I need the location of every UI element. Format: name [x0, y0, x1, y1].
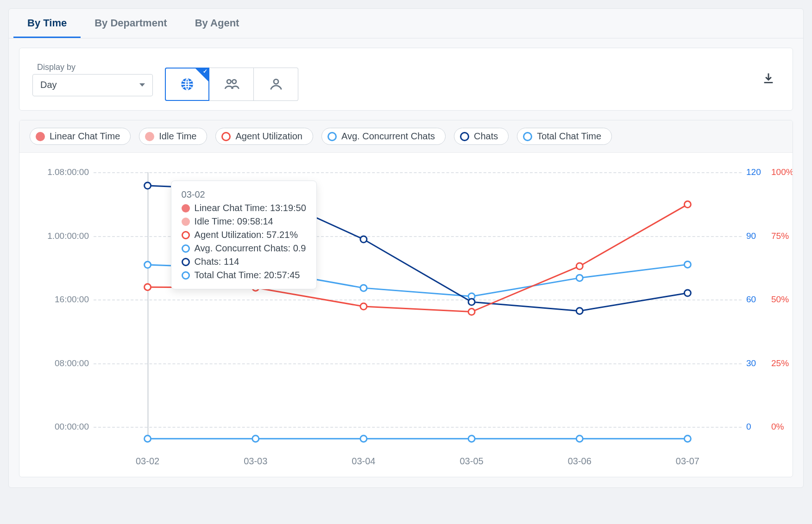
tooltip-date: 03-02 — [182, 189, 306, 200]
person-icon — [268, 76, 284, 92]
y-left-tick: 08:00:00 — [24, 358, 89, 368]
view-group-button[interactable] — [209, 68, 254, 101]
tab-by-agent[interactable]: By Agent — [181, 9, 253, 38]
globe-icon — [179, 76, 195, 92]
tooltip-text: Chats: 114 — [195, 256, 239, 267]
tooltip-swatch-icon — [182, 244, 190, 253]
legend-strip: Linear Chat TimeIdle TimeAgent Utilizati… — [19, 120, 793, 153]
tooltip-row: Chats: 114 — [182, 256, 306, 267]
agent-utilization-point — [576, 263, 583, 269]
avg-concurrent-point — [468, 436, 475, 442]
total_chat_time-swatch-icon — [523, 132, 532, 141]
tooltip-row: Idle Time: 09:58:14 — [182, 216, 306, 227]
x-tick: 03-05 — [460, 456, 484, 467]
view-global-button[interactable] — [165, 68, 209, 101]
legend-label: Agent Utilization — [235, 131, 302, 142]
chats-point — [468, 299, 475, 305]
tooltip-swatch-icon — [182, 271, 190, 280]
avg-concurrent-point — [576, 436, 583, 442]
legend-label: Linear Chat Time — [50, 131, 120, 142]
agent-utilization-point — [145, 284, 151, 290]
tooltip-swatch-icon — [182, 258, 190, 266]
legend-linear_chat_time[interactable]: Linear Chat Time — [30, 128, 131, 145]
agent-utilization-point — [684, 201, 691, 208]
legend-label: Avg. Concurrent Chats — [341, 131, 435, 142]
x-tick: 03-04 — [352, 456, 375, 467]
chevron-down-icon — [139, 83, 145, 87]
agent-utilization-point — [360, 303, 367, 310]
avg-concurrent-point — [145, 436, 151, 442]
tooltip-row: Avg. Concurrent Chats: 0.9 — [182, 243, 306, 254]
display-by-field: Display by Day — [32, 62, 153, 96]
display-by-label: Display by — [37, 62, 153, 72]
total-chat-time-point — [576, 274, 583, 281]
y-left-tick: 1.08:00:00 — [24, 167, 89, 177]
svg-point-1 — [227, 80, 231, 84]
legend-label: Total Chat Time — [537, 131, 601, 142]
tooltip-text: Agent Utilization: 57.21% — [195, 230, 298, 240]
avg-concurrent-point — [684, 436, 691, 442]
avg-concurrent-point — [360, 436, 367, 442]
controls-panel: Display by Day — [19, 48, 793, 111]
legend-label: Chats — [474, 131, 498, 142]
download-button[interactable] — [757, 67, 780, 91]
x-tick: 03-07 — [676, 456, 699, 467]
chats-swatch-icon — [460, 132, 469, 141]
x-tick: 03-02 — [136, 456, 159, 467]
y-right1-tick: 120 — [746, 167, 761, 177]
y-right2-tick: 25% — [771, 358, 789, 368]
legend-idle_time[interactable]: Idle Time — [139, 128, 207, 145]
tooltip-text: Avg. Concurrent Chats: 0.9 — [195, 243, 306, 254]
tooltip-text: Total Chat Time: 20:57:45 — [195, 270, 300, 281]
y-left-tick: 16:00:00 — [24, 294, 89, 305]
agent-utilization-point — [468, 309, 475, 315]
tooltip-text: Linear Chat Time: 13:19:50 — [195, 203, 306, 213]
chart-tooltip: 03-02 Linear Chat Time: 13:19:50Idle Tim… — [171, 181, 317, 289]
y-right2-tick: 75% — [771, 231, 789, 241]
download-icon — [762, 72, 775, 85]
x-tick: 03-03 — [244, 456, 267, 467]
tooltip-row: Linear Chat Time: 13:19:50 — [182, 203, 306, 213]
legend-avg_concurrent[interactable]: Avg. Concurrent Chats — [321, 128, 446, 145]
view-button-group — [165, 68, 298, 101]
legend-chats[interactable]: Chats — [454, 128, 509, 145]
view-agent-button[interactable] — [254, 68, 298, 101]
chats-point — [145, 182, 151, 189]
tab-by-time[interactable]: By Time — [13, 9, 81, 38]
total-chat-time-point — [684, 261, 691, 268]
tab-bar: By Time By Department By Agent — [9, 9, 803, 38]
chart-area: 00:00:0000%08:00:003025%16:00:006050%1.0… — [19, 153, 793, 477]
total-chat-time-point — [145, 262, 151, 268]
chats-point — [576, 308, 583, 314]
tooltip-swatch-icon — [182, 204, 190, 212]
chats-point — [684, 290, 691, 296]
svg-point-2 — [232, 80, 236, 84]
linear_chat_time-swatch-icon — [36, 132, 45, 141]
legend-label: Idle Time — [159, 131, 196, 142]
y-right2-tick: 50% — [771, 294, 789, 305]
display-by-select[interactable]: Day — [32, 74, 153, 96]
y-left-tick: 1.00:00:00 — [24, 231, 89, 241]
tab-by-department[interactable]: By Department — [81, 9, 181, 38]
idle_time-swatch-icon — [145, 132, 154, 141]
x-tick: 03-06 — [568, 456, 592, 467]
legend-agent_utilization[interactable]: Agent Utilization — [215, 128, 313, 145]
avg_concurrent-swatch-icon — [327, 132, 337, 141]
y-right2-tick: 100% — [771, 167, 793, 177]
y-right1-tick: 90 — [746, 231, 756, 241]
chats-point — [360, 236, 367, 243]
legend-total_chat_time[interactable]: Total Chat Time — [517, 128, 612, 145]
total-chat-time-point — [360, 285, 367, 291]
y-right2-tick: 0% — [771, 422, 784, 432]
y-right1-tick: 0 — [746, 422, 751, 432]
people-icon — [224, 76, 239, 92]
tooltip-swatch-icon — [182, 231, 190, 239]
y-right1-tick: 30 — [746, 358, 756, 368]
tooltip-text: Idle Time: 09:58:14 — [195, 216, 273, 227]
agent_utilization-swatch-icon — [221, 132, 231, 141]
display-by-value: Day — [40, 80, 57, 90]
svg-point-3 — [274, 79, 278, 84]
y-right1-tick: 60 — [746, 294, 756, 305]
avg-concurrent-point — [252, 436, 259, 442]
tooltip-row: Total Chat Time: 20:57:45 — [182, 270, 306, 281]
